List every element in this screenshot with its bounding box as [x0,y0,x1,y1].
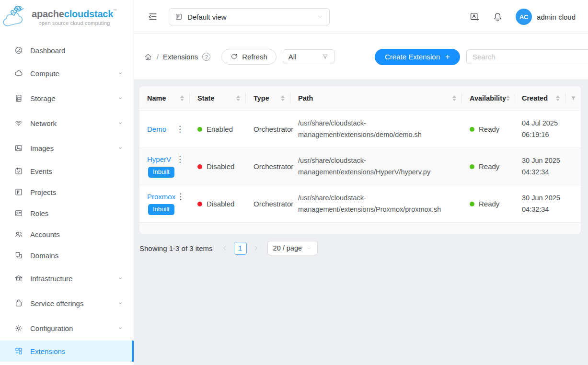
sidebar-item-infrastructure[interactable]: Infrastructure [0,266,134,291]
wifi-icon [14,119,23,127]
sidebar-item-label: Infrastructure [30,274,117,283]
row-actions-menu-icon[interactable]: ⋮ [175,193,185,201]
sidebar-item-label: Extensions [30,347,123,355]
table-row: Proxmox ⋮ Inbuilt Disabled Orchestrator … [139,185,581,222]
extensions-table-card: Name State Type Path Availability [139,86,581,234]
breadcrumb-separator: / [157,53,159,61]
calendar-check-icon [14,167,23,175]
logo-trademark: ™ [113,9,117,13]
cloudmonkey-logo-icon [1,4,31,31]
column-header-filter[interactable] [565,86,581,110]
page-number-button[interactable]: 1 [234,242,247,255]
logo: apachecloudstack™ open source cloud comp… [0,0,134,34]
table-footer [139,222,581,234]
cloud-icon [14,69,23,78]
sidebar-item-images[interactable]: Images [0,136,134,160]
logo-text: apachecloudstack™ open source cloud comp… [32,9,117,26]
column-label: Availability [470,94,506,102]
refresh-button[interactable]: Refresh [221,49,277,65]
column-label: Created [522,94,548,102]
sidebar-item-compute[interactable]: Compute [0,61,134,86]
chevron-down-icon [117,325,123,331]
chevron-down-icon [117,70,123,76]
page-size-select[interactable]: 20 / page [267,241,318,255]
sidebar-item-events[interactable]: Events [0,160,134,182]
logo-wordmark: apachecloudstack™ [32,9,117,20]
sort-carets-icon [452,95,456,101]
column-header-type[interactable]: Type [246,86,290,110]
menu-fold-icon[interactable] [147,11,158,22]
row-actions-menu-icon[interactable]: ⋮ [175,125,185,133]
translate-icon[interactable] [470,12,480,22]
status-dot [470,127,474,132]
column-label: Type [254,94,269,102]
state-value: Disabled [207,200,234,208]
path-value: /usr/share/cloudstack-management/extensi… [298,118,459,140]
extension-link[interactable]: HyperV [147,155,171,163]
project-view-icon [175,13,183,21]
bell-icon[interactable] [493,12,503,22]
sidebar-item-label: Projects [30,188,123,196]
row-actions-menu-icon[interactable]: ⋮ [175,155,185,163]
extension-link[interactable]: Demo [147,125,166,133]
home-icon[interactable] [144,53,152,61]
block-icon [14,251,23,260]
sidebar-item-storage[interactable]: Storage [0,86,134,111]
breadcrumb-current: Extensions [163,53,198,61]
sidebar-item-label: Dashboard [30,46,123,55]
help-icon[interactable]: ? [202,53,210,61]
created-value: 30 Jun 2025 04:32:34 [522,155,563,177]
plus-icon: + [445,53,450,61]
sort-carets-icon [556,95,560,101]
column-header-created[interactable]: Created [514,86,565,110]
sidebar-item-dashboard[interactable]: Dashboard [0,40,134,61]
status-dot [470,202,474,206]
chevron-down-icon [317,13,323,20]
table-row: HyperV ⋮ Inbuilt Disabled Orchestrator /… [139,148,581,185]
page-number: 1 [238,244,242,252]
sidebar-item-domains[interactable]: Domains [0,245,134,266]
created-value: 30 Jun 2025 04:32:34 [522,193,563,215]
sidebar: apachecloudstack™ open source cloud comp… [0,0,134,365]
sidebar-item-extensions[interactable]: Extensions [0,341,134,362]
path-value: /usr/share/cloudstack-management/extensi… [298,155,459,177]
sidebar-item-label: Domains [30,251,123,260]
column-header-state[interactable]: State [190,86,246,110]
inbuilt-badge: Inbuilt [148,167,174,177]
extension-link[interactable]: Proxmox [147,193,175,201]
sidebar-item-network[interactable]: Network [0,111,134,136]
search-input[interactable] [466,49,588,64]
path-value: /usr/share/cloudstack-management/extensi… [298,193,459,215]
column-header-path[interactable]: Path [290,86,462,110]
sidebar-item-configuration[interactable]: Configuration [0,316,134,341]
toolbar: / Extensions ? Refresh All Create Extens… [134,34,588,80]
table-header-row: Name State Type Path Availability [139,86,581,110]
top-header: Default view AC admin cloud [134,0,588,34]
chevron-down-icon [117,145,123,151]
picture-icon [14,144,23,152]
filter-funnel-icon [570,95,577,102]
sidebar-item-accounts[interactable]: Accounts [0,224,134,245]
view-selector[interactable]: Default view [169,8,330,25]
create-extension-button[interactable]: Create Extension + [375,49,460,65]
user-name[interactable]: admin cloud [537,13,576,21]
refresh-label: Refresh [242,53,267,61]
chevron-right-icon[interactable] [253,245,259,251]
idcard-icon [14,209,23,217]
sidebar-item-label: Configuration [30,324,117,332]
state-value: Disabled [207,162,234,171]
chevron-down-icon [117,95,123,101]
column-header-name[interactable]: Name [139,86,190,110]
chevron-down-icon [117,120,123,126]
column-header-availability[interactable]: Availability [462,86,514,110]
bank-icon [14,274,23,283]
filter-select[interactable]: All [283,49,334,64]
sidebar-item-projects[interactable]: Projects [0,182,134,203]
sidebar-item-roles[interactable]: Roles [0,203,134,224]
sidebar-item-service-offerings[interactable]: Service offerings [0,291,134,316]
chevron-down-icon [117,300,123,306]
user-avatar[interactable]: AC [516,9,532,25]
project-icon [14,188,23,196]
table-row: Demo ⋮ Enabled Orchestrator /usr/share/c… [139,110,581,148]
chevron-left-icon[interactable] [221,245,228,251]
